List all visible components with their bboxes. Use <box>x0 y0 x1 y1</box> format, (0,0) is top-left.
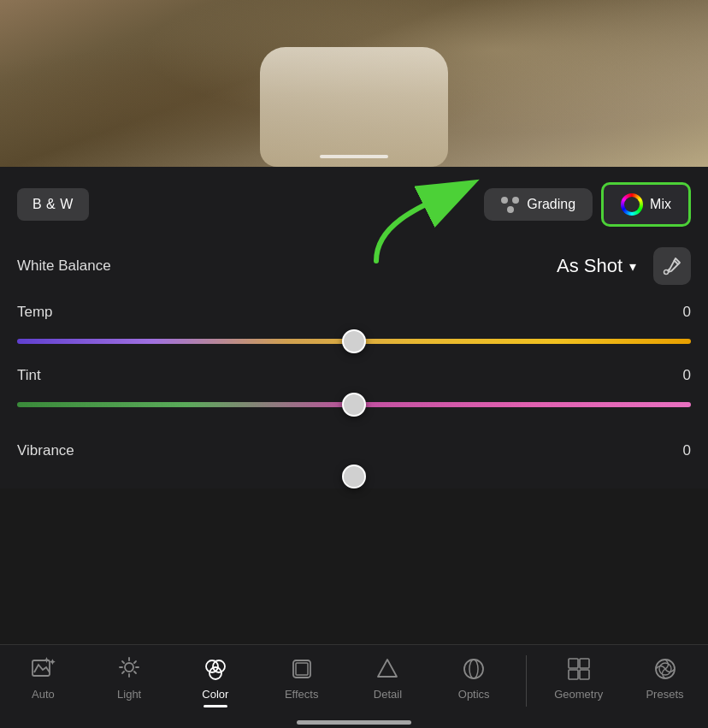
tint-value: 0 <box>683 367 691 384</box>
nav-item-light[interactable]: Light <box>95 655 163 701</box>
detail-nav-label: Detail <box>374 688 402 701</box>
mix-label: Mix <box>650 197 671 212</box>
svg-line-9 <box>122 661 124 663</box>
geometry-nav-label: Geometry <box>554 688 603 701</box>
grading-button[interactable]: Grading <box>484 188 593 221</box>
grading-icon <box>501 197 520 212</box>
nav-item-optics[interactable]: Optics <box>440 655 508 701</box>
home-indicator <box>297 720 411 725</box>
svg-point-4 <box>125 663 133 672</box>
color-wheel-icon <box>621 193 643 216</box>
vibrance-label: Vibrance <box>17 442 74 459</box>
vibrance-slider-container[interactable] <box>17 465 691 488</box>
vibrance-section: Vibrance 0 <box>0 442 708 488</box>
bw-button[interactable]: B & W <box>17 188 89 221</box>
light-icon <box>115 655 143 683</box>
edit-panel: B & W Grading Mix White Balance As Shot … <box>0 167 708 488</box>
svg-rect-24 <box>580 670 589 679</box>
grading-label: Grading <box>527 197 575 212</box>
eyedropper-icon <box>663 257 681 275</box>
temp-value: 0 <box>683 304 691 321</box>
vibrance-header: Vibrance 0 <box>17 442 691 459</box>
svg-line-12 <box>122 672 124 673</box>
tint-slider-thumb[interactable] <box>342 393 366 417</box>
presets-icon <box>652 655 679 683</box>
temp-slider-container[interactable] <box>17 329 691 353</box>
nav-divider <box>526 655 527 707</box>
auto-nav-label: Auto <box>32 688 55 701</box>
toolbar-right: Grading Mix <box>484 182 691 227</box>
white-balance-label: White Balance <box>17 257 111 275</box>
optics-nav-label: Optics <box>458 688 490 701</box>
tint-slider-container[interactable] <box>17 393 691 417</box>
svg-point-13 <box>206 660 218 672</box>
nav-item-color[interactable]: Color <box>181 655 250 701</box>
svg-line-11 <box>134 661 136 663</box>
temp-slider-row: Temp 0 <box>17 304 691 353</box>
svg-rect-23 <box>569 670 578 679</box>
temp-label: Temp <box>17 304 53 321</box>
geometry-icon <box>565 655 593 683</box>
bottom-navigation: Auto Light <box>0 644 708 728</box>
nav-item-geometry[interactable]: Geometry <box>545 655 613 701</box>
tint-label: Tint <box>17 367 41 384</box>
detail-icon <box>374 655 401 683</box>
white-balance-dropdown[interactable]: As Shot ▾ <box>557 255 636 277</box>
grading-dot-3 <box>507 206 514 213</box>
color-nav-label: Color <box>202 688 228 701</box>
effects-icon <box>288 655 316 683</box>
svg-rect-22 <box>580 659 589 668</box>
mix-button[interactable]: Mix <box>601 182 691 227</box>
white-balance-row: White Balance As Shot ▾ <box>0 239 708 299</box>
svg-line-10 <box>134 672 136 673</box>
eyedropper-button[interactable] <box>653 247 691 285</box>
color-icon <box>202 655 229 683</box>
svg-rect-21 <box>569 659 578 668</box>
optics-icon <box>460 655 487 683</box>
svg-marker-3 <box>44 657 50 663</box>
svg-point-20 <box>469 660 478 678</box>
chevron-down-icon: ▾ <box>629 258 636 275</box>
photo-preview <box>0 0 708 167</box>
nav-items-container: Auto Light <box>0 645 708 713</box>
temp-slider-header: Temp 0 <box>17 304 691 321</box>
svg-rect-17 <box>296 663 308 675</box>
auto-icon <box>29 655 56 683</box>
light-nav-label: Light <box>117 688 141 701</box>
nav-item-effects[interactable]: Effects <box>268 655 336 701</box>
svg-point-19 <box>464 660 483 678</box>
vibrance-value: 0 <box>683 442 691 459</box>
presets-nav-label: Presets <box>646 688 683 701</box>
effects-nav-label: Effects <box>285 688 319 701</box>
grading-dot-1 <box>501 197 508 204</box>
vibrance-slider-thumb[interactable] <box>342 465 366 488</box>
svg-point-15 <box>209 667 221 679</box>
white-balance-value: As Shot <box>557 255 622 277</box>
nav-item-presets[interactable]: Presets <box>631 655 699 701</box>
scroll-indicator <box>320 155 388 158</box>
svg-point-14 <box>213 660 225 672</box>
svg-marker-18 <box>378 660 397 677</box>
tint-slider-header: Tint 0 <box>17 367 691 384</box>
grading-dot-2 <box>512 197 519 204</box>
svg-point-0 <box>664 270 669 275</box>
toolbar: B & W Grading Mix <box>0 167 708 239</box>
sliders-section: Temp 0 Tint 0 <box>0 299 708 442</box>
tint-slider-row: Tint 0 <box>17 367 691 417</box>
nav-item-auto[interactable]: Auto <box>9 655 77 701</box>
temp-slider-thumb[interactable] <box>342 329 366 353</box>
home-bar <box>0 713 708 728</box>
nav-item-detail[interactable]: Detail <box>353 655 422 701</box>
